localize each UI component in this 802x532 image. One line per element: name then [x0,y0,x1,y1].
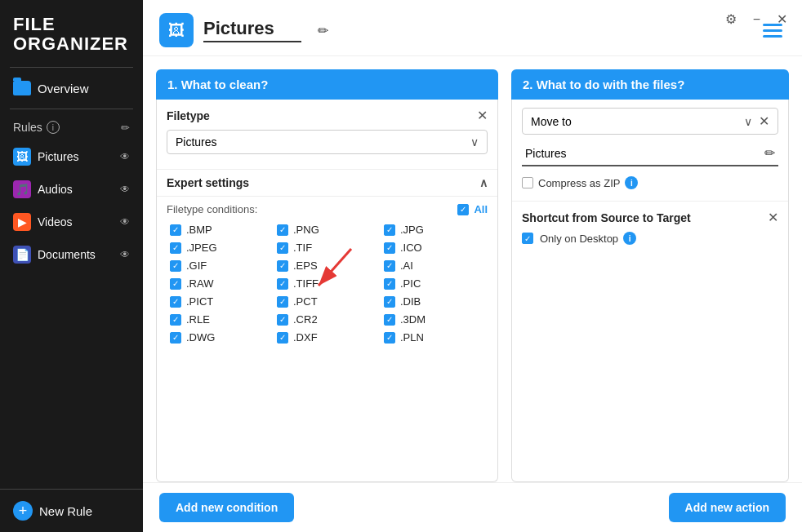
filetype-checkbox[interactable]: ✓ [170,260,181,272]
target-folder-edit-button[interactable]: ✏ [764,145,775,161]
filetype-item[interactable]: ✓.PIC [381,276,488,291]
filetype-checkbox[interactable]: ✓ [277,296,288,308]
section-icon: 🖼 [159,13,194,47]
filetype-label: .EPS [293,259,318,272]
filetype-checkbox[interactable]: ✓ [384,260,395,272]
filetype-checkbox[interactable]: ✓ [384,242,395,254]
filetype-dropdown-value: Pictures [176,135,217,149]
sidebar-item-documents[interactable]: 📄 Documents 👁 [0,238,143,271]
expert-settings-label: Expert settings [167,176,249,189]
filetype-item[interactable]: ✓.PLN [381,330,488,345]
sidebar-item-overview[interactable]: Overview [0,73,143,104]
filetype-item[interactable]: ✓.TIF [274,240,381,255]
filetype-item[interactable]: ✓.PICT [167,294,274,309]
compress-info-icon[interactable]: i [625,176,638,189]
sidebar-item-videos[interactable]: ▶ Videos 👁 [0,206,143,238]
action-dropdown-chevron[interactable]: ∨ [744,115,752,128]
filetype-checkbox[interactable]: ✓ [384,278,395,290]
filetype-checkbox[interactable]: ✓ [277,242,288,254]
filetype-checkbox[interactable]: ✓ [277,278,288,290]
rules-edit-icon[interactable]: ✏ [121,122,130,134]
new-rule-label: New Rule [39,504,92,518]
filetype-item[interactable]: ✓.CR2 [274,312,381,327]
filetype-item[interactable]: ✓.RLE [167,312,274,327]
settings-button[interactable]: ⚙ [724,10,738,29]
filetype-dropdown[interactable]: Pictures ∨ [167,130,488,154]
filetype-item[interactable]: ✓.EPS [274,258,381,273]
filetype-label: .DWG [186,331,215,344]
sidebar-item-pictures[interactable]: 🖼 Pictures 👁 [0,140,143,173]
filetype-label: .JPG [400,224,424,236]
documents-icon: 📄 [13,246,31,264]
right-panel: 2. What to do with the files? Move to ∨ … [511,69,789,482]
filetype-item[interactable]: ✓.AI [381,258,488,273]
filetype-checkbox[interactable]: ✓ [170,242,181,254]
filetype-item[interactable]: ✓.DXF [274,330,381,345]
filetype-checkbox[interactable]: ✓ [384,224,395,236]
filetype-item[interactable]: ✓.JPEG [167,240,274,255]
shortcut-title: Shortcut from Source to Target [522,211,691,224]
filetype-checkbox[interactable]: ✓ [277,332,288,344]
close-button[interactable]: ✕ [775,10,789,29]
filetype-item[interactable]: ✓.DIB [381,294,488,309]
audios-visibility-icon[interactable]: 👁 [120,184,130,195]
title-edit-button[interactable]: ✏ [318,23,328,38]
compress-checkbox[interactable] [522,177,533,188]
filetype-checkbox[interactable]: ✓ [277,314,288,326]
filetype-checkbox[interactable]: ✓ [170,314,181,326]
filetype-item[interactable]: ✓.RAW [167,276,274,291]
filetype-checkbox[interactable]: ✓ [384,332,395,344]
shortcut-close-button[interactable]: ✕ [768,210,778,225]
filetype-label: .RAW [186,277,213,290]
section2-header: 2. What to do with the files? [511,69,789,100]
filetype-label: .AI [400,259,413,272]
filetype-checkbox[interactable]: ✓ [170,278,181,290]
filetype-label: .RLE [186,313,210,326]
videos-visibility-icon[interactable]: 👁 [120,216,130,228]
new-rule-button[interactable]: + New Rule [0,489,143,532]
sidebar-item-audios[interactable]: 🎵 Audios 👁 [0,173,143,206]
filetype-item[interactable]: ✓.ICO [381,240,488,255]
desktop-checkbox[interactable]: ✓ [522,233,533,244]
section2-body: Move to ∨ ✕ Pictures ✏ [511,100,789,482]
compress-row: Compress as ZIP i [522,173,778,193]
minimize-button[interactable]: − [751,11,762,29]
all-link[interactable]: All [474,203,488,215]
filetype-item[interactable]: ✓.BMP [167,222,274,237]
filetype-label: .PNG [293,224,319,236]
add-condition-button[interactable]: Add new condition [159,493,294,522]
documents-visibility-icon[interactable]: 👁 [120,249,130,260]
action-label: Move to [531,115,572,128]
all-checkbox[interactable]: ✓ [457,204,469,215]
filetype-item[interactable]: ✓.DWG [167,330,274,345]
add-action-button[interactable]: Add new action [669,493,786,522]
filetype-checkbox[interactable]: ✓ [384,314,395,326]
filetype-checkbox[interactable]: ✓ [170,224,181,236]
filetype-label: .GIF [186,259,207,272]
filetype-checkbox[interactable]: ✓ [170,296,181,308]
filetype-grid: ✓.BMP✓.PNG✓.JPG✓.JPEG✓.TIF✓.ICO✓.GIF✓.EP… [157,219,497,353]
filetype-item[interactable]: ✓.3DM [381,312,488,327]
filetype-item[interactable]: ✓.JPG [381,222,488,237]
filetype-item[interactable]: ✓.PCT [274,294,381,309]
filetype-item[interactable]: ✓.TIFF [274,276,381,291]
expert-settings-toggle[interactable]: Expert settings ∧ [157,170,497,197]
filetype-checkbox[interactable]: ✓ [277,260,288,272]
filetype-item[interactable]: ✓.PNG [274,222,381,237]
desktop-info-icon[interactable]: i [623,232,636,245]
pictures-visibility-icon[interactable]: 👁 [120,151,130,162]
app-logo: FILEORGANIZER [0,0,143,62]
filetype-item[interactable]: ✓.GIF [167,258,274,273]
filetype-checkbox[interactable]: ✓ [277,224,288,236]
compress-label: Compress as ZIP [538,177,620,189]
filetype-checkbox[interactable]: ✓ [170,332,181,344]
audios-icon: 🎵 [13,180,31,198]
action-close-button[interactable]: ✕ [759,113,769,129]
condition-close-button[interactable]: ✕ [477,108,488,123]
target-folder-value: Pictures [525,147,567,160]
main-header: 🖼 Pictures ✏ [143,0,802,56]
videos-icon: ▶ [13,213,31,231]
rules-info-icon[interactable]: i [47,121,60,134]
filetype-label: .BMP [186,224,212,236]
filetype-checkbox[interactable]: ✓ [384,296,395,308]
